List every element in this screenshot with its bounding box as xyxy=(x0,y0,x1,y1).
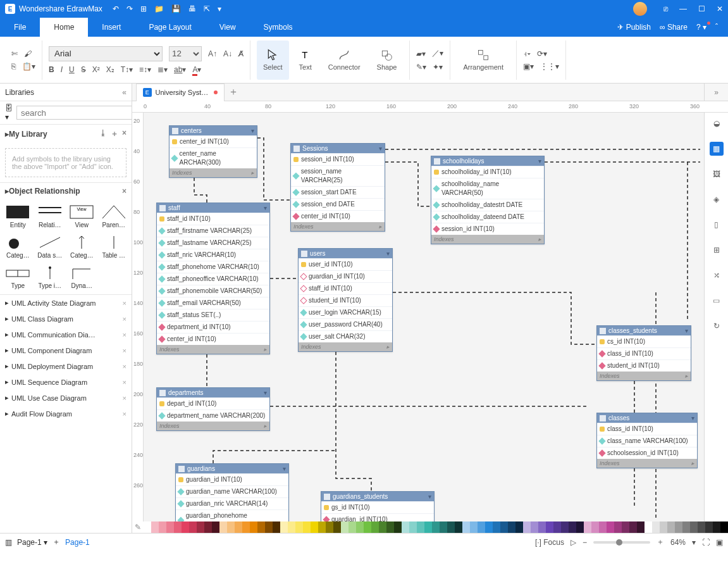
shape-entity[interactable]: Entity xyxy=(3,202,34,231)
color-swatch[interactable] xyxy=(515,521,523,533)
color-swatch[interactable] xyxy=(447,521,455,533)
subscript-icon[interactable]: X₂ xyxy=(106,65,114,74)
open-icon[interactable]: 📁 xyxy=(154,4,164,13)
distribute-icon[interactable]: ⋮⋮▾ xyxy=(540,62,559,71)
category-item[interactable]: ▸UML Sequence Diagram× xyxy=(0,374,132,390)
bullets-icon[interactable]: ≣▾ xyxy=(157,65,168,74)
pin-icon[interactable]: ⎚ xyxy=(663,4,668,13)
connector-tool[interactable]: Connector xyxy=(322,41,367,80)
shape-dyna[interactable]: Dyna… xyxy=(66,263,97,292)
shape-typei[interactable]: Type i… xyxy=(35,263,66,292)
color-swatch[interactable] xyxy=(553,521,561,533)
entity-departments[interactable]: departments▾depart_id INT(10)department_… xyxy=(156,387,270,431)
zoom-out-icon[interactable]: − xyxy=(583,538,587,547)
column-row[interactable]: guardian_nric VARCHAR(14) xyxy=(176,497,288,509)
close-icon[interactable]: × xyxy=(123,394,126,402)
column-row[interactable]: schoolholiday_dateend DATE xyxy=(431,211,544,223)
play-icon[interactable]: ▷ xyxy=(571,538,576,547)
objrel-header[interactable]: Object Relationship xyxy=(9,187,80,196)
menu-symbols[interactable]: Symbols xyxy=(250,18,307,37)
zoom-in-icon[interactable]: ＋ xyxy=(657,537,664,547)
color-swatch[interactable] xyxy=(288,521,295,533)
clipart-icon[interactable]: ⊞ xyxy=(710,243,724,257)
highlight-icon[interactable]: ab▾ xyxy=(174,65,186,74)
column-row[interactable]: session_start DATE xyxy=(291,186,385,198)
color-swatch[interactable] xyxy=(546,521,553,533)
entity-classes_students[interactable]: classes_students▾cs_id INT(10)class_id I… xyxy=(596,325,691,381)
color-swatch[interactable] xyxy=(356,521,364,533)
color-swatch[interactable] xyxy=(645,521,652,533)
options-icon[interactable]: ▾ xyxy=(218,4,221,13)
align-icon[interactable]: ⫞▾ xyxy=(523,49,531,58)
collapse-icon[interactable]: ▾ xyxy=(264,389,267,396)
shape-categ[interactable]: Categ… xyxy=(66,232,97,261)
category-item[interactable]: ▸UML Component Diagram× xyxy=(0,342,132,358)
color-swatch[interactable] xyxy=(440,521,447,533)
color-swatch[interactable] xyxy=(151,521,159,533)
select-tool[interactable]: Select xyxy=(257,41,289,80)
column-row[interactable]: session_end DATE xyxy=(291,198,385,210)
column-row[interactable]: schoolholiday_name VARCHAR(50) xyxy=(431,178,544,199)
indexes-row[interactable]: Indexes▸ xyxy=(597,372,691,380)
category-item[interactable]: ▸UML Class Diagram× xyxy=(0,311,132,327)
expand-right-panel-icon[interactable]: » xyxy=(704,84,728,101)
color-swatch[interactable] xyxy=(318,521,326,533)
color-swatch[interactable] xyxy=(311,521,318,533)
color-swatch[interactable] xyxy=(212,521,219,533)
column-row[interactable]: user_salt CHAR(32) xyxy=(299,330,392,342)
column-row[interactable]: center_id INT(10) xyxy=(157,333,269,345)
color-swatch[interactable] xyxy=(576,521,584,533)
add-tab-button[interactable]: ＋ xyxy=(228,85,238,99)
column-row[interactable]: student_id INT(10) xyxy=(597,359,691,372)
format-painter-icon[interactable]: 🖌 xyxy=(24,49,32,58)
add-page-icon[interactable]: ＋ xyxy=(52,537,60,547)
shape-tool[interactable]: Shape xyxy=(371,41,404,80)
entity-classes[interactable]: classes▾class_id INT(10)class_name VARCH… xyxy=(596,413,698,468)
color-swatch[interactable] xyxy=(682,521,690,533)
font-family-select[interactable]: Arial xyxy=(49,46,163,61)
shape-table[interactable]: Table … xyxy=(99,232,130,261)
color-swatch[interactable] xyxy=(409,521,417,533)
color-swatch[interactable] xyxy=(189,521,197,533)
close-icon[interactable]: × xyxy=(123,363,126,370)
group-icon[interactable]: ▣▾ xyxy=(523,62,534,71)
column-row[interactable]: class_id INT(10) xyxy=(597,423,697,435)
export-icon[interactable]: ⇱ xyxy=(204,4,210,13)
underline-icon[interactable]: U xyxy=(69,65,75,74)
publish-button[interactable]: ✈ Publish xyxy=(617,23,651,32)
paint-bucket-icon[interactable]: ◒ xyxy=(710,116,724,130)
close-icon[interactable]: × xyxy=(123,347,126,354)
color-swatch[interactable] xyxy=(462,521,470,533)
close-icon[interactable]: × xyxy=(123,410,126,418)
column-row[interactable]: class_name VARCHAR(100) xyxy=(597,435,697,447)
column-row[interactable]: center_id INT(10) xyxy=(170,135,257,147)
line-spacing-icon[interactable]: ≡↕▾ xyxy=(139,65,151,74)
collapse-icon[interactable]: ▾ xyxy=(379,145,382,152)
italic-icon[interactable]: I xyxy=(61,65,63,74)
library-search-input[interactable] xyxy=(16,106,132,120)
page-selector[interactable]: Page-1 ▾ xyxy=(17,538,47,547)
category-item[interactable]: ▸UML Communication Dia…× xyxy=(0,327,132,342)
eyedropper-icon[interactable]: ✎ xyxy=(132,521,144,533)
rotate-icon[interactable]: ⟳▾ xyxy=(537,49,547,58)
zoom-level[interactable]: 64% xyxy=(670,538,686,547)
column-row[interactable]: user_id INT(10) xyxy=(299,258,392,270)
color-swatch[interactable] xyxy=(417,521,424,533)
color-swatch[interactable] xyxy=(159,521,166,533)
close-icon[interactable]: × xyxy=(123,378,126,386)
color-swatch[interactable] xyxy=(257,521,265,533)
indexes-row[interactable]: Indexes▸ xyxy=(157,422,269,430)
color-swatch[interactable] xyxy=(493,521,500,533)
color-swatch[interactable] xyxy=(166,521,174,533)
column-row[interactable]: guardian_phonehome VARCHAR(10) xyxy=(176,509,288,521)
color-swatch[interactable] xyxy=(599,521,607,533)
history-icon[interactable]: ↻ xyxy=(710,319,724,333)
collapse-ribbon-icon[interactable]: ˆ xyxy=(715,23,718,32)
category-item[interactable]: ▸UML Activity State Diagram× xyxy=(0,295,132,311)
color-swatch[interactable] xyxy=(629,521,637,533)
fit-page-icon[interactable]: ⛶ xyxy=(702,538,710,547)
color-swatch[interactable] xyxy=(341,521,349,533)
color-swatch[interactable] xyxy=(698,521,705,533)
color-swatch[interactable] xyxy=(364,521,371,533)
color-swatch[interactable] xyxy=(295,521,303,533)
